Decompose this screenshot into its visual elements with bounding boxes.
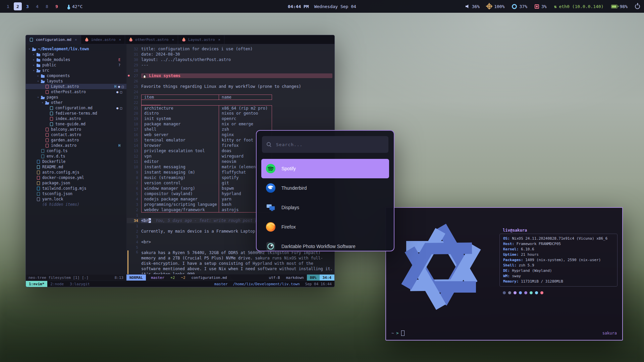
file-tree-item[interactable]: tsconfig.json [26, 191, 126, 196]
workspace-button[interactable]: 2 [14, 2, 22, 10]
workspace-button[interactable]: 8 [43, 2, 51, 10]
file-tree-item[interactable]: README.md [26, 164, 126, 170]
file-tree-item[interactable]: env.d.ts [26, 154, 126, 159]
git-status-mark: ● [116, 90, 118, 94]
file-tree-item[interactable]: yarn.lock [26, 196, 126, 202]
file-tree-item[interactable]: index.astro [26, 116, 126, 121]
shell-prompt[interactable]: ~ > sakura [391, 330, 617, 336]
file-name: yarn.lock [42, 197, 63, 201]
file-tree-item[interactable]: ▾ src [26, 68, 126, 73]
file-tree-item[interactable]: ▾ ~/Development/liv.town [26, 46, 126, 52]
line-text: layout: ../../layouts/otherPost.astro [141, 57, 231, 62]
system-info-line: Shellzsh 5.9 [503, 263, 614, 268]
chevron-icon: ▸ [33, 63, 37, 67]
launcher-item-displays[interactable]: Displays [261, 198, 389, 217]
file-tree-item[interactable]: (6 hidden items) [26, 202, 126, 207]
statusline-segment: NORMAL [126, 275, 146, 281]
tmux-window[interactable]: 3:lazygit [67, 281, 93, 287]
memory-module[interactable]: 37% [512, 4, 527, 9]
clock: 04:44 PM Wednesday Sep 04 [288, 4, 356, 9]
launcher-search[interactable] [262, 136, 388, 153]
fastfetch-terminal[interactable]: liv@sakura OSNixOS 24.11.20240828.71e91c… [385, 207, 623, 341]
launcher-item-thunderbird[interactable]: Thunderbird [261, 178, 389, 198]
file-tree-item[interactable]: balcony.astro [26, 127, 126, 132]
file-tree-item[interactable]: garden.astro [26, 137, 126, 143]
palette-dot [530, 291, 533, 294]
workspace-button[interactable]: 1 [4, 2, 12, 10]
table-cell-item: editor [141, 159, 219, 164]
file-tree-item[interactable]: contact.astro [26, 132, 126, 137]
paragraph-line: 6 sakura has a Ryzen 5 7640U, 32GB of DD… [127, 250, 334, 274]
palette-dot [524, 291, 527, 294]
file-tree-item[interactable]: Layout.astro H ● □ [26, 84, 126, 89]
brightness-module[interactable]: 100% [487, 4, 504, 9]
tmux-window[interactable]: 1:nvim* [26, 281, 47, 287]
editor-tab[interactable]: Layout.astro [178, 35, 224, 44]
info-value: 11731MiB / 31280MiB [521, 279, 563, 284]
launcher-item-label: Firefox [281, 224, 296, 230]
tmux-window[interactable]: 2:node [47, 281, 67, 287]
line-number: 29 [128, 63, 141, 67]
file-tree-item[interactable]: ▸ public ? [26, 62, 126, 68]
file-icon [50, 106, 54, 110]
line-number: 17 [128, 127, 141, 132]
workspace-button[interactable]: 4 [33, 2, 41, 10]
thermometer-icon [68, 5, 69, 8]
file-tree-item[interactable]: fediverse-terms.md [26, 111, 126, 116]
power-button[interactable] [635, 4, 640, 9]
network-module[interactable]: eth0 (10.0.0.140) [554, 4, 604, 9]
close-icon[interactable] [75, 38, 77, 42]
search-input[interactable] [275, 142, 384, 147]
file-name: index.astro [55, 116, 81, 121]
file-tree-item[interactable]: config.ts [26, 148, 126, 154]
file-icon [37, 52, 41, 57]
file-tree-item[interactable]: ▾ layouts [26, 78, 126, 84]
line-number: 5 [128, 192, 141, 196]
line-number: 27 [128, 74, 141, 78]
info-label: Kernel [503, 247, 521, 251]
file-tree-item[interactable]: configuration.md ● □ [26, 105, 126, 111]
file-tree-item[interactable]: ▸ node_modules E [26, 57, 126, 62]
table-cell-item: version control [141, 180, 219, 186]
file-name: contact.astro [51, 132, 81, 137]
file-tree-item[interactable]: ▾ pages [26, 95, 126, 100]
info-value: 21 hours [521, 252, 539, 257]
file-tree-item[interactable]: astro.config.mjs [26, 170, 126, 175]
file-icon [37, 192, 41, 196]
cpu-module[interactable]: 3% [535, 4, 547, 9]
line-text: <br [141, 218, 149, 223]
close-icon[interactable] [218, 38, 221, 42]
file-name: (6 hidden items) [42, 202, 79, 207]
editor-tab[interactable]: index.astro [81, 35, 125, 44]
editor-tab[interactable]: configuration.md [26, 35, 81, 44]
file-tree-item[interactable]: otherPost.astro ● □ [26, 89, 126, 95]
workspace-button[interactable]: 3 [23, 2, 32, 10]
launcher-item-darktable[interactable]: Darktable Photo Workflow Software [261, 237, 389, 251]
file-tree-item[interactable]: docker-compose.yml [26, 175, 126, 180]
statusline-segment: 34:4 [320, 275, 335, 281]
info-value: Hyprland (Wayland) [512, 268, 552, 273]
volume-module[interactable]: 36% [466, 4, 480, 9]
close-icon[interactable] [172, 38, 174, 42]
file-tree-item[interactable]: index.astro H [26, 143, 126, 148]
battery-icon [611, 5, 618, 8]
file-tree-item[interactable]: Dockerfile [26, 159, 126, 164]
launcher-item-firefox[interactable]: Firefox [261, 217, 389, 237]
file-tree-item[interactable]: ▸ nginx [26, 52, 126, 57]
workspace-button[interactable]: 9 [53, 2, 61, 10]
battery-module[interactable]: 98% [611, 4, 628, 9]
file-tree-item[interactable]: tailwind.config.mjs [26, 186, 126, 191]
launcher-item-spotify[interactable]: Spotify [261, 159, 389, 178]
file-tree-item[interactable]: ▾ other [26, 100, 126, 105]
line-number: 15 [128, 138, 141, 142]
file-tree-item[interactable]: ▸ components [26, 73, 126, 78]
git-status-mark: □ [122, 85, 124, 88]
firefox-icon [266, 222, 276, 232]
table-separator-line: 22 [127, 100, 334, 105]
file-tree-item[interactable]: tone-guide.md [26, 121, 126, 127]
heading-text: Linux systems [149, 73, 180, 78]
tmux-status-segment: /home/liv/Development/liv.town [233, 282, 300, 286]
close-icon[interactable] [119, 38, 121, 42]
editor-tab[interactable]: otherPost.astro [125, 35, 178, 44]
file-tree-item[interactable]: package.json [26, 180, 126, 186]
